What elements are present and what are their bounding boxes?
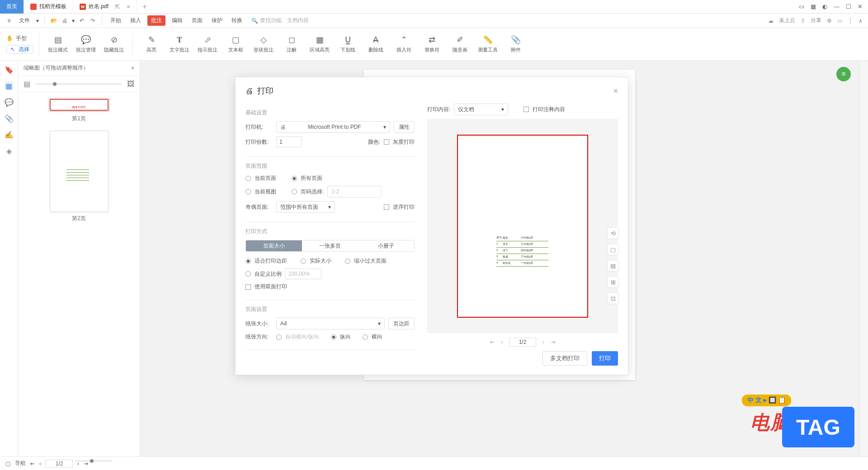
first-page-icon[interactable]: ⇤ (30, 461, 35, 467)
cloud-label[interactable]: 未上云 (779, 17, 795, 24)
radio-custom-ratio[interactable] (245, 271, 251, 277)
seg-multi-page[interactable]: 一张多页 (302, 240, 358, 251)
print-button[interactable]: 打印 (592, 351, 618, 366)
radio-auto-orient[interactable] (276, 334, 282, 340)
prev-page-icon[interactable]: ‹ (501, 339, 503, 345)
undo-icon[interactable]: ↶ (78, 17, 85, 24)
duplex-checkbox[interactable] (245, 284, 251, 290)
tab-home[interactable]: 首页 (0, 0, 24, 14)
apps-icon[interactable]: ▦ (811, 3, 816, 10)
tab-close-icon[interactable]: × (127, 3, 130, 10)
ribbon-highlight[interactable]: ✎高亮 (138, 35, 165, 53)
odd-even-select[interactable]: 范围中所有页面▾ (276, 201, 335, 213)
menu-insert[interactable]: 插入 (127, 16, 144, 25)
menu-page[interactable]: 页面 (189, 16, 205, 25)
first-page-icon[interactable]: ⇤ (490, 339, 495, 345)
maximize-icon[interactable]: ☐ (846, 3, 851, 10)
ribbon-note[interactable]: ◻注解 (278, 35, 305, 53)
ribbon-text-annotate[interactable]: 𝐓文字批注 (166, 35, 193, 53)
radio-portrait[interactable] (331, 334, 336, 340)
hand-tool[interactable]: ✋手型 (6, 35, 33, 42)
dialog-close-icon[interactable]: × (613, 86, 618, 96)
expand-icon[interactable]: ∧ (859, 18, 863, 24)
copies-input[interactable]: 1 (276, 136, 302, 147)
close-panel-icon[interactable]: × (131, 65, 134, 71)
ribbon-strike[interactable]: A̶删除线 (363, 35, 389, 53)
radio-current-view[interactable] (245, 189, 251, 194)
menu-search[interactable]: 🔍 查找功能、文档内容 (251, 17, 309, 24)
ribbon-annotate-mode[interactable]: ▤批注模式 (45, 35, 71, 53)
seg-booklet[interactable]: 小册子 (358, 240, 414, 251)
radio-shrink[interactable] (345, 258, 350, 264)
ratio-input[interactable]: 100.00% (285, 268, 321, 279)
list-icon[interactable]: ▤ (24, 80, 30, 88)
paper-size-select[interactable]: A4▾ (276, 318, 385, 329)
image-icon[interactable]: 🖼 (127, 80, 134, 88)
menu-protect[interactable]: 保护 (209, 16, 225, 25)
radio-current-page[interactable] (245, 176, 251, 181)
menu-convert[interactable]: 转换 (229, 16, 245, 25)
printer-props-button[interactable]: 属性 (394, 121, 415, 133)
preview-tool-3[interactable]: ▤ (607, 260, 619, 272)
zoom-slider[interactable] (75, 461, 112, 461)
float-action-button[interactable]: ≡ (836, 67, 851, 81)
layout-icon[interactable]: ▭ (799, 3, 804, 10)
radio-all-pages[interactable] (292, 176, 297, 181)
ribbon-measure[interactable]: 📏测量工具 (475, 35, 501, 53)
tab-document[interactable]: W姓名.pdf⇱× (73, 0, 137, 14)
radio-actual-size[interactable] (301, 258, 306, 264)
prev-page-icon[interactable]: ‹ (39, 461, 41, 467)
print-icon[interactable]: 🖨 (61, 17, 68, 24)
margins-button[interactable]: 页边距 (388, 318, 415, 329)
ribbon-freehand[interactable]: ✐随意画 (447, 35, 473, 53)
radio-landscape[interactable] (363, 334, 368, 340)
print-content-select[interactable]: 仅文档▾ (454, 103, 508, 115)
multi-doc-print-button[interactable]: 多文档打印 (542, 351, 587, 366)
share-label[interactable]: 分享 (811, 17, 821, 24)
attachment-icon[interactable]: 📎 (5, 114, 14, 123)
preview-page-indicator[interactable]: 1/2 (509, 338, 536, 347)
thumbnail-item-1[interactable]: 姓名不知凡 第1页 (48, 98, 110, 122)
right-scrollbar[interactable] (859, 61, 868, 456)
zoom-slider[interactable] (36, 84, 122, 85)
minimize-icon[interactable]: — (834, 3, 840, 10)
next-page-icon[interactable]: › (77, 461, 79, 467)
user-icon[interactable]: ◐ (822, 3, 827, 10)
preview-tool-5[interactable]: ⊡ (607, 292, 619, 304)
radio-fit-margin[interactable] (245, 258, 251, 264)
ribbon-annotate-manage[interactable]: 💬批注管理 (73, 35, 99, 53)
menu-start[interactable]: 开始 (108, 16, 124, 25)
ribbon-shape-annotate[interactable]: ◇形状批注 (250, 35, 277, 53)
next-page-icon[interactable]: › (542, 339, 544, 345)
last-page-icon[interactable]: ⇥ (551, 339, 555, 345)
tab-add-button[interactable]: + (137, 3, 152, 11)
nav-toggle-icon[interactable]: ▢ (5, 461, 10, 467)
ribbon-attachment[interactable]: 📎附件 (503, 35, 529, 53)
print-annot-checkbox[interactable] (524, 107, 529, 112)
preview-tool-1[interactable]: ⟲ (607, 227, 619, 239)
menu-file[interactable]: 文件 (16, 16, 33, 25)
tab-pin-icon[interactable]: ⇱ (115, 3, 120, 10)
layers-icon[interactable]: ◈ (5, 146, 14, 155)
reverse-checkbox[interactable] (384, 204, 389, 210)
comment-icon[interactable]: 💬 (5, 98, 14, 107)
ribbon-textbox[interactable]: ▢文本框 (222, 35, 249, 53)
thumbnail-item-2[interactable]: 第2页 (50, 131, 108, 222)
seg-page-size[interactable]: 页面大小 (246, 240, 302, 251)
signature-icon[interactable]: ✍ (5, 130, 14, 139)
ribbon-underline[interactable]: U̲下划线 (335, 35, 361, 53)
preview-tool-2[interactable]: ▢ (607, 244, 619, 255)
preview-tool-4[interactable]: ⊞ (607, 276, 619, 288)
ribbon-pointer-annotate[interactable]: ⬀指示批注 (194, 35, 221, 53)
grayscale-checkbox[interactable] (384, 139, 389, 145)
page-indicator[interactable]: 1/2 (46, 460, 73, 468)
nav-label[interactable]: 导航 (15, 460, 26, 467)
open-icon[interactable]: 📂 (50, 17, 57, 24)
menu-hamburger-icon[interactable]: ≡ (5, 17, 13, 24)
more-icon[interactable]: ⋮ (848, 18, 853, 24)
ribbon-area-highlight[interactable]: ▦区域高亮 (307, 35, 333, 53)
bookmark-icon[interactable]: 🔖 (5, 65, 14, 74)
select-tool[interactable]: ↖选择 (6, 45, 33, 54)
window-icon[interactable]: ▭ (837, 18, 842, 24)
ribbon-caret[interactable]: ⌃插入符 (391, 35, 417, 53)
